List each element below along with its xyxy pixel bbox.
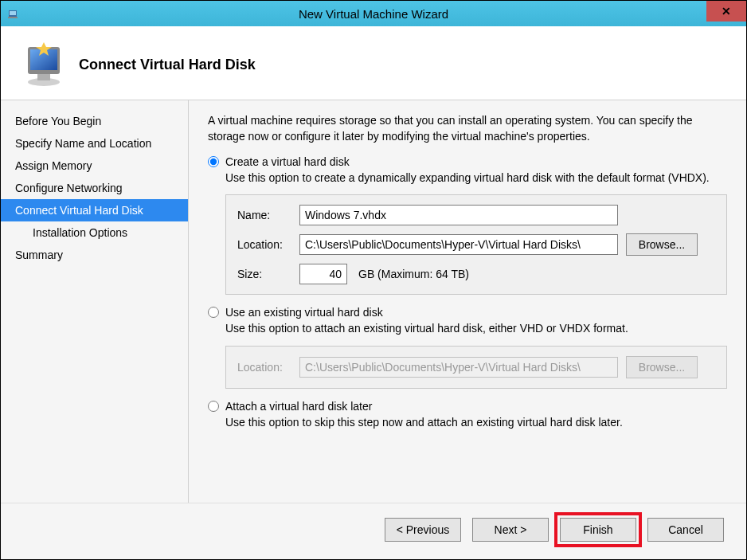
create-vhd-fieldset: Name: Location: Browse... Size: GB (Maxi… — [225, 194, 727, 295]
wizard-body: Before You Begin Specify Name and Locati… — [1, 100, 746, 503]
intro-text: A virtual machine requires storage so th… — [208, 113, 727, 144]
sidebar-item-specify-name[interactable]: Specify Name and Location — [1, 132, 188, 155]
wizard-steps-sidebar: Before You Begin Specify Name and Locati… — [1, 100, 189, 503]
sidebar-item-connect-vhd[interactable]: Connect Virtual Hard Disk — [1, 199, 188, 221]
window-title: New Virtual Machine Wizard — [299, 7, 448, 21]
existing-location-label: Location: — [237, 361, 291, 374]
location-label: Location: — [237, 238, 291, 251]
wizard-content: A virtual machine requires storage so th… — [189, 100, 746, 503]
svg-rect-1 — [10, 11, 16, 15]
radio-attach-later-input[interactable] — [208, 401, 219, 412]
close-icon: ✕ — [722, 5, 731, 18]
cancel-button[interactable]: Cancel — [647, 518, 724, 542]
name-label: Name: — [237, 209, 291, 221]
wizard-window: New Virtual Machine Wizard ✕ Connect Vir… — [0, 0, 747, 560]
wizard-icon — [20, 41, 68, 88]
option-existing-desc: Use this option to attach an existing vi… — [225, 321, 727, 335]
browse-button[interactable]: Browse... — [626, 233, 698, 256]
option-attach-later-desc: Use this option to skip this step now an… — [225, 415, 727, 429]
option-existing-vhd: Use an existing virtual hard disk Use th… — [208, 306, 727, 388]
titlebar: New Virtual Machine Wizard ✕ — [1, 1, 746, 26]
vhd-size-input[interactable] — [299, 264, 347, 284]
radio-existing-vhd[interactable]: Use an existing virtual hard disk — [208, 306, 727, 319]
existing-location-input — [299, 357, 618, 378]
wizard-footer: < Previous Next > Finish Cancel — [1, 503, 746, 559]
existing-vhd-fieldset: Location: Browse... — [225, 346, 727, 389]
radio-existing-vhd-input[interactable] — [208, 307, 219, 318]
vhd-location-input[interactable] — [299, 234, 618, 255]
option-create-desc: Use this option to create a dynamically … — [225, 170, 727, 185]
app-icon — [7, 7, 20, 20]
next-button[interactable]: Next > — [472, 518, 549, 542]
vhd-name-input[interactable] — [299, 205, 618, 225]
radio-attach-later-label: Attach a virtual hard disk later — [225, 400, 372, 413]
sidebar-item-summary[interactable]: Summary — [1, 244, 188, 266]
close-button[interactable]: ✕ — [706, 1, 746, 22]
size-suffix: GB (Maximum: 64 TB) — [358, 268, 469, 280]
option-create-vhd: Create a virtual hard disk Use this opti… — [208, 155, 727, 295]
wizard-header: Connect Virtual Hard Disk — [1, 26, 746, 100]
sidebar-item-before-you-begin[interactable]: Before You Begin — [1, 110, 188, 132]
finish-button[interactable]: Finish — [560, 518, 636, 542]
radio-create-vhd-label: Create a virtual hard disk — [225, 155, 350, 168]
sidebar-item-configure-networking[interactable]: Configure Networking — [1, 177, 188, 199]
previous-button[interactable]: < Previous — [385, 518, 461, 542]
radio-create-vhd-input[interactable] — [208, 156, 219, 167]
svg-rect-2 — [8, 17, 18, 18]
page-title: Connect Virtual Hard Disk — [79, 57, 256, 73]
radio-attach-later[interactable]: Attach a virtual hard disk later — [208, 400, 727, 413]
existing-browse-button: Browse... — [626, 356, 698, 378]
option-attach-later: Attach a virtual hard disk later Use thi… — [208, 400, 727, 429]
radio-create-vhd[interactable]: Create a virtual hard disk — [208, 155, 727, 168]
size-label: Size: — [237, 268, 291, 280]
radio-existing-vhd-label: Use an existing virtual hard disk — [225, 306, 383, 319]
sidebar-item-installation-options[interactable]: Installation Options — [1, 221, 188, 244]
sidebar-item-assign-memory[interactable]: Assign Memory — [1, 155, 188, 177]
